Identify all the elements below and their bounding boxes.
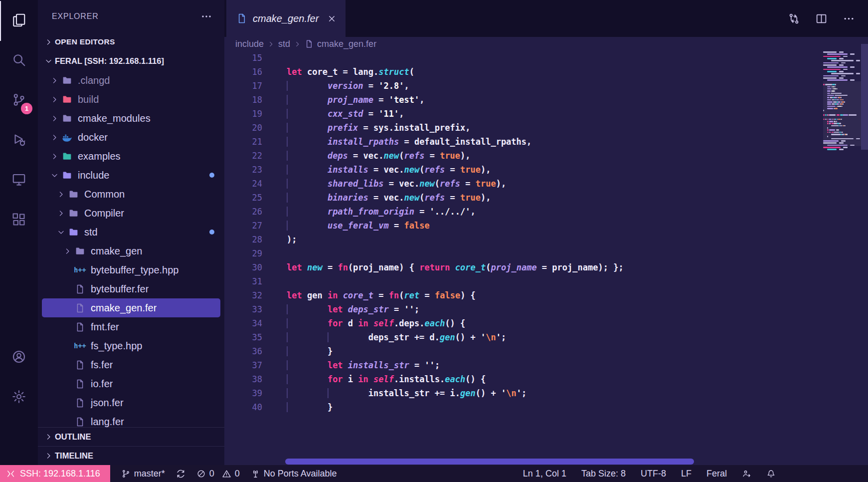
code-line-21[interactable]: 21 install_rpaths = default_install_rpat… xyxy=(224,135,868,149)
tree-item-cmake_gen.fer[interactable]: cmake_gen.fer xyxy=(42,298,220,317)
code-text: installs_str += i.gen() + '\n'; xyxy=(287,388,526,398)
horizontal-scrollbar[interactable] xyxy=(285,459,694,465)
code-line-28[interactable]: 28); xyxy=(224,233,868,246)
code-line-23[interactable]: 23 installs = vec.new(refs = true), xyxy=(224,163,868,177)
tree-item-label: fs_type.hpp xyxy=(91,340,142,352)
tree-item-cmake_gen[interactable]: cmake_gen xyxy=(42,241,220,260)
tab-size-indicator[interactable]: Tab Size: 8 xyxy=(581,469,626,479)
bell-icon[interactable] xyxy=(766,469,776,479)
file-tree: .clangdbuildcmake_modulesdockerexamplesi… xyxy=(38,71,224,427)
activity-run-debug[interactable] xyxy=(0,121,38,161)
code-line-37[interactable]: 37 let installs_str = ''; xyxy=(224,358,868,372)
file-icon xyxy=(73,417,87,427)
sync-button[interactable] xyxy=(176,469,185,479)
code-line-33[interactable]: 33 let deps_str = ''; xyxy=(224,302,868,316)
indent-guide xyxy=(287,95,328,105)
remote-status[interactable]: SSH: 192.168.1.116 xyxy=(0,465,110,482)
code-line-19[interactable]: 19 cxx_std = '11', xyxy=(224,107,868,121)
code-line-22[interactable]: 22 deps = vec.new(refs = true), xyxy=(224,149,868,163)
activity-settings[interactable] xyxy=(0,378,38,418)
tree-item-cmake_modules[interactable]: cmake_modules xyxy=(42,109,220,128)
code-line-34[interactable]: 34 for d in self.deps.each() { xyxy=(224,316,868,330)
activity-extensions[interactable] xyxy=(0,201,38,241)
code-editor[interactable]: 1516let core_t = lang.struct(17 version … xyxy=(224,51,868,465)
tree-item-Common[interactable]: Common xyxy=(42,185,220,204)
tree-item-fmt.fer[interactable]: fmt.fer xyxy=(42,317,220,336)
cursor-position[interactable]: Ln 1, Col 1 xyxy=(523,469,566,479)
minimap[interactable] xyxy=(823,51,861,465)
tree-item-include[interactable]: include xyxy=(42,166,220,185)
code-line-17[interactable]: 17 version = '2.8', xyxy=(224,79,868,93)
tree-item-io.fer[interactable]: io.fer xyxy=(42,374,220,393)
tree-item-bytebuffer.fer[interactable]: bytebuffer.fer xyxy=(42,279,220,298)
eol-indicator[interactable]: LF xyxy=(681,469,692,479)
code-text: for i in self.installs.each() { xyxy=(287,374,486,384)
indent-guide xyxy=(287,304,328,314)
outline-header[interactable]: OUTLINE xyxy=(38,427,224,446)
code-line-40[interactable]: 40 } xyxy=(224,400,868,414)
breadcrumb-cmake_gen.fer[interactable]: cmake_gen.fer xyxy=(317,39,376,49)
activity-search[interactable] xyxy=(0,41,38,81)
tree-item-fs_type.hpp[interactable]: h++fs_type.hpp xyxy=(42,336,220,355)
code-line-25[interactable]: 25 binaries = vec.new(refs = true), xyxy=(224,191,868,205)
git-branch-status[interactable]: master* xyxy=(121,469,165,479)
ports-status[interactable]: No Ports Available xyxy=(251,469,337,479)
encoding-indicator[interactable]: UTF-8 xyxy=(641,469,666,479)
indent-guide xyxy=(287,402,328,412)
code-line-30[interactable]: 30let new = fn(proj_name) { return core_… xyxy=(224,260,868,274)
code-text: deps = vec.new(refs = true), xyxy=(287,151,471,161)
code-line-24[interactable]: 24 shared_libs = vec.new(refs = true), xyxy=(224,177,868,191)
code-line-38[interactable]: 38 for i in self.installs.each() { xyxy=(224,372,868,386)
language-mode[interactable]: Feral xyxy=(706,469,727,479)
problems-status[interactable]: 0 0 xyxy=(196,469,240,479)
split-editor-icon[interactable] xyxy=(815,12,828,25)
activity-source-control[interactable]: 1 xyxy=(0,81,38,121)
timeline-header[interactable]: TIMELINE xyxy=(38,446,224,465)
activity-accounts[interactable] xyxy=(0,338,38,378)
code-text: } xyxy=(287,402,333,412)
code-text: cxx_std = '11', xyxy=(287,109,404,119)
tree-item-build[interactable]: build xyxy=(42,90,220,109)
breadcrumb-include[interactable]: include xyxy=(235,39,264,49)
tree-item-.clangd[interactable]: .clangd xyxy=(42,71,220,90)
breadcrumb-std[interactable]: std xyxy=(278,39,290,49)
tree-item-json.fer[interactable]: json.fer xyxy=(42,393,220,412)
tree-item-label: lang.fer xyxy=(91,416,124,428)
tree-item-label: examples xyxy=(78,151,121,162)
code-text: shared_libs = vec.new(refs = true), xyxy=(287,179,506,189)
tree-item-std[interactable]: std xyxy=(42,223,220,241)
code-line-15[interactable]: 15 xyxy=(224,51,868,65)
code-line-29[interactable]: 29 xyxy=(224,246,868,260)
activity-remote-explorer[interactable] xyxy=(0,161,38,201)
tree-item-lang.fer[interactable]: lang.fer xyxy=(42,412,220,427)
code-line-39[interactable]: 39 installs_str += i.gen() + '\n'; xyxy=(224,386,868,400)
tree-item-label: fs.fer xyxy=(91,359,113,371)
code-line-16[interactable]: 16let core_t = lang.struct( xyxy=(224,65,868,79)
tab-cmake_gen-fer[interactable]: cmake_gen.fer xyxy=(226,0,346,37)
code-line-20[interactable]: 20 prefix = sys.install_prefix, xyxy=(224,121,868,135)
tree-item-Compiler[interactable]: Compiler xyxy=(42,204,220,223)
code-line-35[interactable]: 35 deps_str += d.gen() + '\n'; xyxy=(224,330,868,344)
workspace-header[interactable]: FERAL [SSH: 192.168.1.116] xyxy=(38,51,224,71)
activity-explorer[interactable] xyxy=(0,1,38,41)
tree-item-docker[interactable]: docker xyxy=(42,128,220,147)
code-line-26[interactable]: 26 rpath_from_origin = '../../', xyxy=(224,205,868,219)
vertical-scrollbar[interactable] xyxy=(861,44,868,150)
code-line-18[interactable]: 18 proj_name = 'test', xyxy=(224,93,868,107)
code-line-31[interactable]: 31 xyxy=(224,274,868,288)
tree-item-fs.fer[interactable]: fs.fer xyxy=(42,355,220,374)
code-line-36[interactable]: 36 } xyxy=(224,344,868,358)
code-line-27[interactable]: 27 use_feral_vm = false xyxy=(224,219,868,233)
more-actions-icon[interactable] xyxy=(200,10,212,22)
open-editors-header[interactable]: OPEN EDITORS xyxy=(38,33,224,51)
tree-item-examples[interactable]: examples xyxy=(42,147,220,166)
tree-item-label: build xyxy=(78,94,99,105)
open-changes-icon[interactable] xyxy=(788,12,800,25)
close-icon[interactable] xyxy=(327,14,337,23)
chevron-down-icon xyxy=(55,228,67,237)
feedback-icon[interactable] xyxy=(742,469,751,479)
code-line-32[interactable]: 32let gen in core_t = fn(ret = false) { xyxy=(224,288,868,302)
tree-item-label: Compiler xyxy=(84,208,124,219)
tree-item-bytebuffer_type.hpp[interactable]: h++bytebuffer_type.hpp xyxy=(42,260,220,279)
more-actions-icon[interactable] xyxy=(843,12,855,25)
